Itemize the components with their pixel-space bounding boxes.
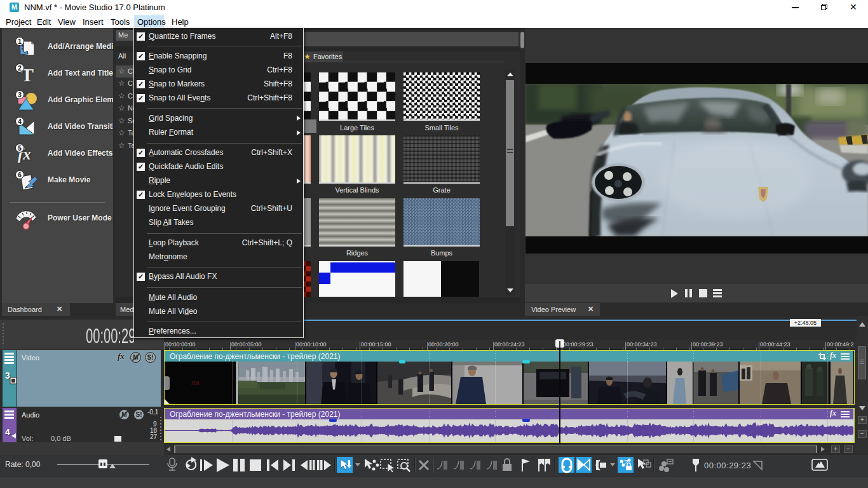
svg-text:ЛИ: ЛИ: [191, 380, 200, 386]
